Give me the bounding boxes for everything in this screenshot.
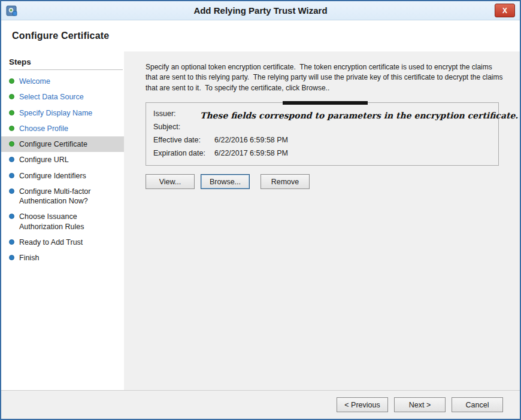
cancel-button[interactable]: Cancel [452, 397, 503, 412]
effective-date-value: 6/22/2016 6:59:58 PM [214, 133, 288, 147]
next-button[interactable]: Next > [394, 397, 446, 412]
steps-heading: Steps [1, 51, 124, 68]
step-dot [9, 188, 14, 194]
window-title: Add Relying Party Trust Wizard [37, 5, 484, 16]
subject-label: Subject: [153, 120, 214, 133]
step-item-finish: Finish [1, 250, 124, 266]
step-label: Ready to Add Trust [19, 238, 83, 247]
page-header: Configure Certificate [1, 20, 520, 51]
step-label: Configure Identifiers [19, 171, 86, 181]
app-icon [6, 5, 18, 17]
expiration-date-label: Expiration date: [153, 147, 214, 160]
content-area: Steps Welcome Select Data Source Specify… [1, 51, 520, 390]
certificate-button-row: View... Browse... Remove [146, 174, 505, 189]
step-dot [9, 126, 14, 131]
step-label: Welcome [19, 77, 50, 86]
step-label: Configure URL [19, 155, 69, 165]
certificate-effective-date-row: Effective date: 6/22/2016 6:59:58 PM [153, 133, 491, 147]
step-dot [9, 239, 14, 245]
step-item-ready-to-add-trust: Ready to Add Trust [1, 235, 124, 250]
step-item-welcome[interactable]: Welcome [1, 74, 124, 89]
remove-button[interactable]: Remove [260, 174, 310, 189]
step-label: Specify Display Name [19, 108, 92, 118]
step-dot [9, 255, 14, 260]
steps-divider [9, 69, 123, 70]
step-dot [9, 214, 14, 219]
certificate-expiration-date-row: Expiration date: 6/22/2017 6:59:58 PM [153, 147, 491, 160]
certificate-details-box: Issuer: Subject: Effective date: 6/22/20… [146, 102, 499, 166]
step-label: Configure Certificate [19, 139, 87, 149]
close-icon: X [502, 7, 507, 15]
certificate-subject-row: Subject: [153, 120, 491, 133]
effective-date-label: Effective date: [153, 133, 214, 147]
step-label: Choose Profile [19, 124, 68, 133]
step-label: Configure Multi-factor Authentication No… [19, 187, 109, 206]
step-item-select-data-source[interactable]: Select Data Source [1, 89, 124, 105]
step-item-configure-url: Configure URL [1, 152, 124, 168]
previous-button[interactable]: < Previous [337, 397, 388, 412]
step-dot [9, 94, 14, 99]
step-item-specify-display-name[interactable]: Specify Display Name [1, 105, 124, 121]
step-item-configure-certificate: Configure Certificate [1, 136, 124, 152]
page-title: Configure Certificate [12, 31, 109, 41]
step-item-choose-profile[interactable]: Choose Profile [1, 121, 124, 136]
step-dot [9, 78, 14, 84]
footer-bar: < Previous Next > Cancel [1, 390, 520, 419]
annotation-text: These fields correspond to parameters in… [200, 111, 518, 120]
step-label: Choose Issuance Authorization Rules [19, 212, 109, 232]
steps-list: Welcome Select Data Source Specify Displ… [1, 74, 124, 266]
step-dot [9, 157, 14, 162]
description-text: Specify an optional token encryption cer… [146, 62, 505, 93]
main-panel: Specify an optional token encryption cer… [124, 51, 520, 390]
close-button[interactable]: X [495, 4, 515, 17]
step-dot [9, 110, 14, 115]
view-button[interactable]: View... [146, 174, 195, 189]
step-label: Finish [19, 253, 39, 263]
expiration-date-value: 6/22/2017 6:59:58 PM [214, 147, 288, 160]
steps-sidebar: Steps Welcome Select Data Source Specify… [1, 51, 124, 390]
step-item-choose-issuance-authorization-rules: Choose Issuance Authorization Rules [1, 209, 124, 235]
title-bar: Add Relying Party Trust Wizard X [1, 1, 520, 20]
browse-button[interactable]: Browse... [201, 174, 250, 189]
step-label: Select Data Source [19, 92, 84, 102]
redaction-mark [283, 101, 368, 105]
step-item-configure-mfa: Configure Multi-factor Authentication No… [1, 184, 124, 209]
wizard-window: Add Relying Party Trust Wizard X Configu… [0, 0, 521, 420]
step-item-configure-identifiers: Configure Identifiers [1, 168, 124, 184]
step-dot [9, 141, 14, 147]
step-dot [9, 173, 14, 178]
